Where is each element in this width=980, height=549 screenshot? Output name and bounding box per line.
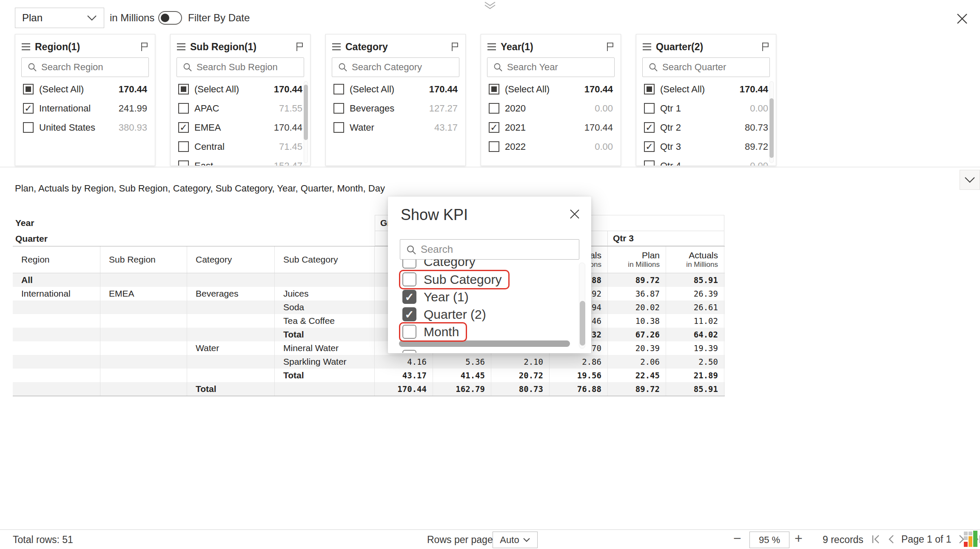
flag-icon[interactable] bbox=[606, 42, 615, 51]
filter-item-qtr-4[interactable]: Qtr 40.00 bbox=[636, 156, 776, 166]
filter-item-qtr-3[interactable]: Qtr 389.72 bbox=[636, 137, 776, 156]
kpi-item-label: Month bbox=[424, 325, 459, 339]
kpi-item-day[interactable]: Day bbox=[399, 348, 566, 353]
filter-item-international[interactable]: International241.99 bbox=[15, 99, 155, 118]
checkbox-unchecked-icon[interactable] bbox=[644, 160, 655, 166]
modal-close-icon[interactable] bbox=[567, 207, 582, 221]
checkbox-unchecked-icon[interactable] bbox=[402, 325, 416, 339]
row-label-cell: Mineral Water bbox=[275, 341, 375, 355]
value-cell: 76.88 bbox=[550, 382, 608, 396]
measure-dropdown[interactable]: Plan bbox=[15, 8, 104, 28]
previous-page-button[interactable] bbox=[884, 532, 898, 547]
value-cell: 162.79 bbox=[433, 382, 491, 396]
kpi-scrollbar-thumb[interactable] bbox=[580, 301, 585, 346]
flag-icon[interactable] bbox=[451, 42, 459, 51]
filter-item-central[interactable]: Central71.45 bbox=[171, 137, 310, 156]
kpi-search-input[interactable] bbox=[400, 239, 579, 260]
checkbox-checked-icon[interactable] bbox=[489, 122, 499, 133]
drag-handle-icon[interactable] bbox=[177, 43, 186, 51]
collapse-panel-icon[interactable] bbox=[483, 1, 497, 10]
checkbox-unchecked-icon[interactable] bbox=[402, 272, 416, 286]
checkbox-unchecked-icon[interactable] bbox=[489, 141, 499, 152]
card-search-input[interactable] bbox=[332, 57, 459, 77]
filter-item-select-all[interactable]: (Select All)170.44 bbox=[481, 80, 621, 99]
kpi-item-category[interactable]: Category bbox=[399, 260, 567, 270]
checkbox-indeterminate-icon[interactable] bbox=[644, 84, 655, 94]
flag-icon[interactable] bbox=[761, 42, 770, 51]
card-scrollbar-thumb[interactable] bbox=[304, 85, 308, 140]
first-page-button[interactable] bbox=[869, 532, 883, 547]
filter-item-2020[interactable]: 20200.00 bbox=[481, 99, 621, 118]
drag-handle-icon[interactable] bbox=[332, 43, 341, 51]
filter-by-date-toggle[interactable] bbox=[158, 11, 182, 25]
drag-handle-icon[interactable] bbox=[21, 43, 31, 51]
checkbox-checked-icon[interactable] bbox=[644, 141, 655, 152]
kpi-item-sub-category[interactable]: Sub Category bbox=[399, 271, 567, 288]
filter-card-quarter: Quarter(2)(Select All)170.44Qtr 10.00Qtr… bbox=[636, 34, 776, 166]
drag-handle-icon[interactable] bbox=[642, 43, 652, 51]
checkbox-unchecked-icon[interactable] bbox=[333, 122, 344, 133]
checkbox-checked-icon[interactable] bbox=[178, 122, 189, 133]
checkbox-unchecked-icon[interactable] bbox=[644, 103, 655, 114]
filter-item-qtr-2[interactable]: Qtr 280.73 bbox=[636, 118, 776, 137]
checkbox-unchecked-icon[interactable] bbox=[402, 350, 416, 353]
checkbox-indeterminate-icon[interactable] bbox=[489, 84, 499, 94]
filter-item-beverages[interactable]: Beverages127.27 bbox=[326, 99, 465, 118]
checkbox-indeterminate-icon[interactable] bbox=[178, 84, 189, 94]
filter-item-select-all[interactable]: (Select All)170.44 bbox=[171, 80, 310, 99]
checkbox-unchecked-icon[interactable] bbox=[178, 103, 189, 114]
checkbox-unchecked-icon[interactable] bbox=[178, 160, 189, 166]
row-label-cell bbox=[13, 328, 100, 341]
zoom-in-button[interactable]: + bbox=[795, 531, 803, 546]
filter-item-select-all[interactable]: (Select All)170.44 bbox=[636, 80, 776, 99]
checkbox-unchecked-icon[interactable] bbox=[489, 103, 499, 114]
rows-per-page-dropdown[interactable]: Auto bbox=[493, 532, 538, 548]
kpi-item-quarter-2[interactable]: Quarter (2) bbox=[399, 306, 567, 323]
zoom-out-button[interactable]: − bbox=[733, 531, 741, 546]
kpi-item-month[interactable]: Month bbox=[399, 323, 567, 340]
filter-item-water[interactable]: Water43.17 bbox=[326, 118, 465, 137]
filter-item-united-states[interactable]: United States380.93 bbox=[15, 118, 155, 137]
collapse-filterbar-button[interactable] bbox=[960, 170, 980, 190]
checkbox-unchecked-icon[interactable] bbox=[402, 260, 416, 269]
filter-item-qtr-1[interactable]: Qtr 10.00 bbox=[636, 99, 776, 118]
checkbox-indeterminate-icon[interactable] bbox=[23, 84, 34, 94]
checkbox-unchecked-icon[interactable] bbox=[23, 122, 34, 133]
value-cell: 10.38 bbox=[608, 314, 666, 328]
filter-item-2021[interactable]: 2021170.44 bbox=[481, 118, 621, 137]
filter-item-value: 170.44 bbox=[584, 84, 613, 95]
row-label-cell bbox=[13, 300, 100, 314]
kpi-item-year-1[interactable]: Year (1) bbox=[399, 288, 567, 306]
card-search-input[interactable] bbox=[177, 57, 304, 77]
filter-item-select-all[interactable]: (Select All)170.44 bbox=[326, 80, 465, 99]
table-row: WaterMineral Water.7020.3919.39 bbox=[13, 341, 725, 355]
search-icon bbox=[406, 244, 417, 255]
filter-item-apac[interactable]: APAC71.55 bbox=[171, 99, 310, 118]
zoom-level-input[interactable]: 95 % bbox=[749, 532, 789, 548]
drag-handle-icon[interactable] bbox=[487, 43, 496, 51]
filter-item-select-all[interactable]: (Select All)170.44 bbox=[15, 80, 155, 99]
row-label-cell bbox=[275, 382, 375, 396]
checkbox-unchecked-icon[interactable] bbox=[333, 84, 344, 94]
checkbox-unchecked-icon[interactable] bbox=[333, 103, 344, 114]
filter-item-label: Beverages bbox=[350, 103, 394, 114]
filter-item-2022[interactable]: 20220.00 bbox=[481, 137, 621, 156]
value-cell: 89.72 bbox=[608, 273, 666, 287]
checkbox-checked-icon[interactable] bbox=[402, 290, 416, 304]
card-search-input[interactable] bbox=[487, 57, 615, 77]
filter-item-value: 0.00 bbox=[595, 103, 613, 114]
filter-item-east[interactable]: East152.47 bbox=[171, 156, 310, 166]
row-label-cell bbox=[100, 273, 187, 287]
close-icon[interactable] bbox=[954, 11, 970, 26]
card-search-input[interactable] bbox=[642, 57, 770, 77]
checkbox-checked-icon[interactable] bbox=[644, 122, 655, 133]
checkbox-unchecked-icon[interactable] bbox=[178, 141, 189, 152]
card-scrollbar-thumb[interactable] bbox=[769, 98, 774, 158]
checkbox-checked-icon[interactable] bbox=[402, 307, 416, 321]
card-item-list: (Select All)170.44Qtr 10.00Qtr 280.73Qtr… bbox=[636, 80, 776, 166]
flag-icon[interactable] bbox=[140, 42, 149, 51]
filter-item-emea[interactable]: EMEA170.44 bbox=[171, 118, 310, 137]
card-search-input[interactable] bbox=[21, 57, 149, 77]
checkbox-checked-icon[interactable] bbox=[23, 103, 34, 114]
flag-icon[interactable] bbox=[296, 42, 304, 51]
